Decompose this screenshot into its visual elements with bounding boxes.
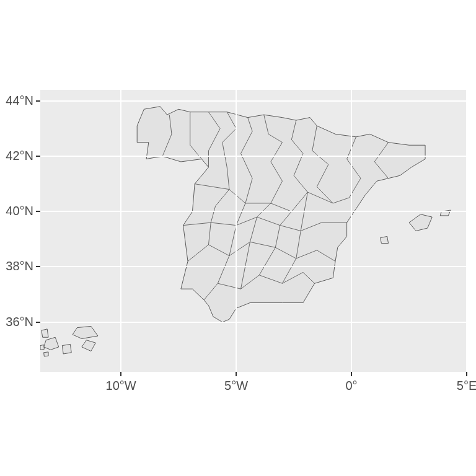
- y-tick: [36, 322, 40, 323]
- spain-mainland: [137, 107, 425, 322]
- gran-canaria: [62, 344, 71, 354]
- mallorca: [409, 214, 432, 231]
- y-tick: [36, 156, 40, 157]
- y-tick-label: 38°N: [6, 259, 33, 273]
- grid-horizontal: [40, 211, 467, 212]
- x-tick: [351, 372, 352, 376]
- x-tick: [120, 372, 121, 376]
- x-tick-label: 10°W: [102, 379, 139, 393]
- x-tick: [236, 372, 237, 376]
- grid-horizontal: [40, 322, 467, 323]
- grid-vertical: [236, 90, 237, 372]
- x-tick-label: 5°E: [448, 379, 476, 393]
- y-tick: [36, 100, 40, 102]
- map-svg: [40, 90, 467, 372]
- y-tick-label: 42°N: [6, 149, 33, 163]
- y-tick-label: 40°N: [6, 204, 33, 218]
- la-gomera: [40, 345, 44, 350]
- grid-vertical: [466, 90, 467, 372]
- y-tick: [36, 266, 40, 267]
- la-palma: [42, 329, 48, 337]
- ibiza: [381, 236, 389, 243]
- tenerife: [44, 337, 59, 350]
- y-tick-label: 44°N: [6, 94, 33, 108]
- y-tick-label: 36°N: [6, 315, 33, 329]
- fuerteventura: [82, 340, 95, 351]
- el-hierro: [44, 352, 48, 356]
- x-tick: [466, 372, 467, 376]
- x-tick-label: 0°: [333, 379, 370, 393]
- grid-horizontal: [40, 156, 467, 157]
- y-tick: [36, 211, 40, 212]
- grid-horizontal: [40, 100, 467, 102]
- figure: 10°W5°W0°5°E36°N38°N40°N42°N44°N: [0, 0, 476, 476]
- grid-vertical: [120, 90, 121, 372]
- x-tick-label: 5°W: [218, 379, 255, 393]
- lanzarote: [73, 326, 98, 338]
- grid-horizontal: [40, 266, 467, 267]
- grid-vertical: [351, 90, 352, 372]
